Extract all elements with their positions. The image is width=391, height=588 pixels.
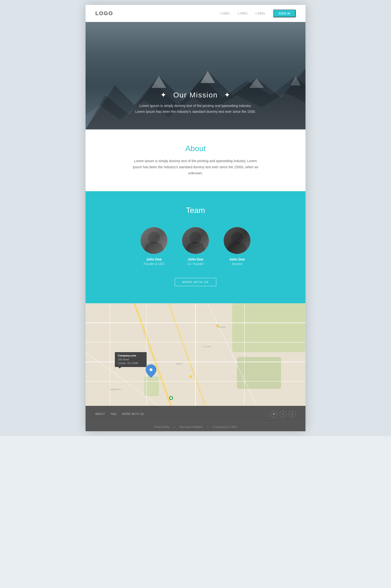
map-section: Strener at. Yinani Highland Rd Taco Bell…	[86, 303, 305, 406]
tooltip-address: 199 Street London, UK 12345	[118, 358, 144, 365]
work-with-us-button[interactable]: WORK WITH US	[175, 278, 216, 286]
social-twitter-icon[interactable]: t	[289, 411, 296, 418]
nav-link-1[interactable]: LABEL	[220, 12, 230, 15]
footer-link-about[interactable]: ABOUT	[95, 413, 105, 415]
footer-nav: ABOUT FAQ WORK WITH US ✉ f t	[86, 406, 305, 423]
team-avatar-3	[224, 227, 250, 254]
social-facebook-icon[interactable]: f	[280, 411, 287, 418]
team-member-2: John Doe Co- Founder	[182, 227, 209, 266]
avatar-body-2	[186, 242, 205, 254]
terms-link[interactable]: Terms and Conditions	[179, 426, 203, 428]
hero-title-prefix: ✦	[160, 91, 167, 99]
svg-point-27	[216, 325, 219, 327]
avatar-body-3	[228, 242, 247, 254]
member-1-name: John Doe	[146, 257, 162, 261]
avatar-body-1	[145, 242, 164, 254]
team-member-3: John Doe Investor	[224, 227, 250, 266]
privacy-policy-link[interactable]: Privacy Policy	[154, 426, 169, 428]
footer-links: ABOUT FAQ WORK WITH US	[95, 413, 144, 415]
social-email-icon[interactable]: ✉	[270, 411, 277, 418]
team-section: Team John Doe Founder & CEO	[86, 191, 305, 303]
navbar: LOGO LABEL LABEL LABEL SIGN IN	[86, 5, 305, 22]
copyright: © Company LLC 2014	[213, 426, 237, 428]
nav-link-2[interactable]: LABEL	[238, 12, 248, 15]
svg-text:at. Yinani: at. Yinani	[203, 346, 211, 348]
signin-button[interactable]: SIGN IN	[273, 9, 296, 17]
svg-text:Highland Rd: Highland Rd	[110, 388, 121, 390]
footer-link-faq[interactable]: FAQ	[111, 413, 116, 415]
svg-point-32	[150, 368, 153, 371]
avatar-image-2	[182, 227, 209, 254]
svg-text:Taco Bell: Taco Bell	[217, 326, 226, 328]
svg-point-28	[190, 375, 192, 378]
svg-point-30	[170, 397, 172, 399]
footer-link-work[interactable]: WORK WITH US	[122, 413, 144, 415]
svg-rect-8	[232, 303, 305, 352]
hero-content: ✦ Our Mission ✦ Lorem Ipsum is simply du…	[134, 91, 257, 115]
hero-title-suffix: ✦	[224, 91, 231, 99]
tooltip-addr-line2: London, UK 12345	[118, 362, 138, 365]
hero-section: ✦ Our Mission ✦ Lorem Ipsum is simply du…	[86, 22, 305, 129]
svg-text:Strener: Strener	[176, 363, 183, 365]
member-2-role: Co- Founder	[187, 262, 203, 266]
team-members-list: John Doe Founder & CEO John Doe Co- Foun…	[95, 227, 296, 266]
member-1-role: Founder & CEO	[143, 262, 164, 266]
footer-social: ✉ f t	[270, 411, 296, 418]
logo: LOGO	[95, 10, 113, 17]
avatar-image-3	[224, 227, 250, 254]
team-member-1: John Doe Founder & CEO	[141, 227, 167, 266]
hero-title: ✦ Our Mission ✦	[134, 91, 257, 99]
hero-description: Lorem Ipsum is simply dummy text of the …	[134, 103, 257, 115]
team-avatar-1	[141, 227, 167, 254]
about-section: About Lorem Ipsum is simply dummy text o…	[86, 129, 305, 191]
tooltip-title: Company.com	[118, 354, 144, 357]
map-tooltip: Company.com 199 Street London, UK 12345	[115, 352, 147, 367]
team-avatar-2	[182, 227, 209, 254]
about-title: About	[95, 144, 296, 153]
nav-link-3[interactable]: LABEL	[256, 12, 266, 15]
about-description: Lorem Ipsum is simply dummy text of the …	[132, 158, 259, 177]
tooltip-addr-line1: 199 Street	[118, 358, 129, 361]
nav-links: LABEL LABEL LABEL SIGN IN	[220, 9, 296, 17]
member-3-name: John Doe	[229, 257, 245, 261]
member-3-role: Investor	[232, 262, 242, 266]
member-2-name: John Doe	[188, 257, 203, 261]
avatar-image-1	[141, 227, 167, 254]
hero-title-text: Our Mission	[173, 91, 218, 99]
team-title: Team	[95, 206, 296, 215]
footer-legal: Privacy Policy | Terms and Conditions | …	[86, 423, 305, 431]
